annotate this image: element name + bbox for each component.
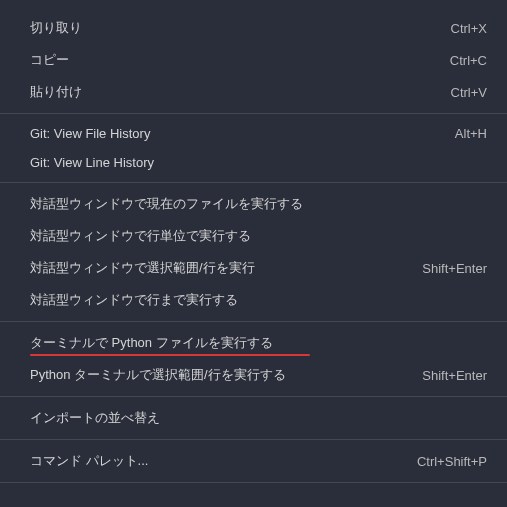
- menu-item-paste[interactable]: 貼り付け Ctrl+V: [0, 76, 507, 108]
- menu-label: 対話型ウィンドウで現在のファイルを実行する: [30, 195, 303, 213]
- menu-separator: [0, 182, 507, 183]
- menu-item-git-file-history[interactable]: Git: View File History Alt+H: [0, 119, 507, 148]
- menu-separator: [0, 482, 507, 483]
- menu-label: コピー: [30, 51, 69, 69]
- menu-item-run-line-interactive[interactable]: 対話型ウィンドウで行単位で実行する: [0, 220, 507, 252]
- menu-separator: [0, 321, 507, 322]
- menu-label: 切り取り: [30, 19, 82, 37]
- menu-item-run-selection-interactive[interactable]: 対話型ウィンドウで選択範囲/行を実行 Shift+Enter: [0, 252, 507, 284]
- menu-item-run-to-line-interactive[interactable]: 対話型ウィンドウで行まで実行する: [0, 284, 507, 316]
- menu-label: Python ターミナルで選択範囲/行を実行する: [30, 366, 286, 384]
- menu-label: 対話型ウィンドウで選択範囲/行を実行: [30, 259, 255, 277]
- menu-shortcut: Shift+Enter: [422, 368, 487, 383]
- context-menu: 切り取り Ctrl+X コピー Ctrl+C 貼り付け Ctrl+V Git: …: [0, 0, 507, 483]
- menu-shortcut: Shift+Enter: [422, 261, 487, 276]
- menu-item-cut[interactable]: 切り取り Ctrl+X: [0, 12, 507, 44]
- menu-shortcut: Ctrl+C: [450, 53, 487, 68]
- menu-label: コマンド パレット...: [30, 452, 148, 470]
- menu-shortcut: Ctrl+X: [451, 21, 487, 36]
- menu-separator: [0, 439, 507, 440]
- menu-label: 対話型ウィンドウで行単位で実行する: [30, 227, 251, 245]
- menu-shortcut: Alt+H: [455, 126, 487, 141]
- menu-label: ターミナルで Python ファイルを実行する: [30, 334, 273, 352]
- menu-item-run-python-terminal[interactable]: ターミナルで Python ファイルを実行する: [0, 327, 507, 359]
- menu-separator: [0, 396, 507, 397]
- menu-shortcut: Ctrl+Shift+P: [417, 454, 487, 469]
- menu-item-run-selection-terminal[interactable]: Python ターミナルで選択範囲/行を実行する Shift+Enter: [0, 359, 507, 391]
- menu-item-sort-imports[interactable]: インポートの並べ替え: [0, 402, 507, 434]
- menu-item-run-file-interactive[interactable]: 対話型ウィンドウで現在のファイルを実行する: [0, 188, 507, 220]
- menu-label: インポートの並べ替え: [30, 409, 160, 427]
- menu-separator: [0, 113, 507, 114]
- menu-label: 対話型ウィンドウで行まで実行する: [30, 291, 238, 309]
- menu-label: 貼り付け: [30, 83, 82, 101]
- menu-label: Git: View File History: [30, 126, 150, 141]
- menu-item-git-line-history[interactable]: Git: View Line History: [0, 148, 507, 177]
- highlight-underline: [30, 354, 310, 356]
- menu-label: Git: View Line History: [30, 155, 154, 170]
- menu-item-command-palette[interactable]: コマンド パレット... Ctrl+Shift+P: [0, 445, 507, 477]
- menu-item-copy[interactable]: コピー Ctrl+C: [0, 44, 507, 76]
- menu-shortcut: Ctrl+V: [451, 85, 487, 100]
